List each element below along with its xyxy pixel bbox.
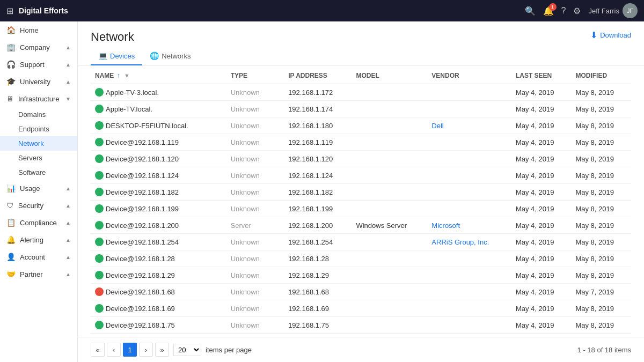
sidebar-item-network[interactable]: Network: [0, 136, 77, 151]
table-row[interactable]: Device@192.168.1.254 Unknown 192.168.1.2…: [91, 234, 631, 250]
table-row[interactable]: Device@192.168.1.75 Unknown 192.168.1.75…: [91, 317, 631, 334]
cell-vendor[interactable]: Dell: [427, 117, 511, 134]
first-page-button[interactable]: «: [91, 343, 105, 357]
cell-name: Device@192.168.1.69: [91, 300, 226, 317]
cell-last-seen: May 4, 2019: [511, 134, 572, 151]
table-row[interactable]: Apple-TV-3.local. Unknown 192.168.1.172 …: [91, 84, 631, 101]
sidebar-item-home[interactable]: 🏠 Home: [0, 21, 77, 39]
table-row[interactable]: Device@192.168.1.29 Unknown 192.168.1.29…: [91, 267, 631, 284]
current-page-button[interactable]: 1: [123, 343, 137, 357]
cell-vendor[interactable]: Microsoft: [427, 217, 511, 234]
table-row[interactable]: Device@192.168.1.68 Unknown 192.168.1.68…: [91, 284, 631, 300]
table-row[interactable]: Device@192.168.1.119 Unknown 192.168.1.1…: [91, 134, 631, 151]
cell-model: [352, 234, 427, 250]
last-page-button[interactable]: »: [155, 343, 169, 357]
cell-ip: 192.168.1.174: [284, 101, 352, 117]
sidebar-item-alerting[interactable]: 🔔 Alerting ▲: [0, 231, 77, 248]
table-row[interactable]: Device@192.168.1.69 Unknown 192.168.1.69…: [91, 300, 631, 317]
sidebar-item-domains[interactable]: Domains: [0, 107, 77, 122]
cell-last-seen: May 4, 2019: [511, 250, 572, 267]
cell-last-seen: May 4, 2019: [511, 184, 572, 201]
cell-name: Device@192.168.1.254: [91, 234, 226, 250]
user-menu[interactable]: Jeff Farris JF: [588, 3, 638, 18]
avatar: JF: [623, 3, 638, 18]
cell-type: Unknown: [226, 201, 284, 217]
cell-model: [352, 184, 427, 201]
table-row[interactable]: Device@192.168.1.200 Server 192.168.1.20…: [91, 217, 631, 234]
cell-modified: May 7, 2019: [571, 284, 631, 300]
sidebar-item-company[interactable]: 🏢 Company ▲: [0, 39, 77, 56]
alerting-icon: 🔔: [6, 235, 16, 244]
cell-name: DESKTOP-F5FIUTN.local.: [91, 117, 226, 134]
user-name: Jeff Farris: [588, 7, 619, 15]
sidebar-item-software[interactable]: Software: [0, 165, 77, 180]
tab-devices[interactable]: 💻 Devices: [91, 47, 142, 65]
sidebar: 🏠 Home 🏢 Company ▲ 🎧 Support ▲ 🎓 Univers…: [0, 21, 78, 362]
sidebar-item-endpoints[interactable]: Endpoints: [0, 122, 77, 136]
content-area: Network ⬇ Download 💻 Devices 🌐 Networks: [78, 21, 644, 362]
settings-icon[interactable]: ⚙: [573, 6, 581, 16]
cell-modified: May 8, 2019: [571, 84, 631, 101]
col-name[interactable]: NAME ↑ ▼: [91, 68, 226, 84]
device-status-icon: [95, 154, 104, 163]
device-status-icon: [95, 138, 104, 146]
cell-vendor: [427, 84, 511, 101]
pagination-bar: « ‹ 1 › » 20 50 100 items per page 1 - 1…: [78, 337, 644, 362]
tab-networks[interactable]: 🌐 Networks: [142, 47, 198, 65]
partner-icon: 🤝: [6, 270, 16, 278]
sidebar-item-security[interactable]: 🛡 Security ▲: [0, 197, 77, 214]
cell-ip: 192.168.1.69: [284, 300, 352, 317]
cell-name: Apple-TV.local.: [91, 101, 226, 117]
sidebar-item-compliance[interactable]: 📋 Compliance ▲: [0, 214, 77, 231]
table-row[interactable]: Device@192.168.1.120 Unknown 192.168.1.1…: [91, 151, 631, 167]
items-per-page-control: 20 50 100 items per page: [171, 344, 252, 356]
notification-icon[interactable]: 🔔 1: [543, 6, 554, 16]
table-row[interactable]: Device@192.168.1.199 Unknown 192.168.1.1…: [91, 201, 631, 217]
sidebar-item-infrastructure[interactable]: 🖥 Infrastructure ▼: [0, 90, 77, 107]
university-icon: 🎓: [6, 77, 16, 86]
cell-vendor: [427, 250, 511, 267]
col-last-seen: LAST SEEN: [511, 68, 572, 84]
sidebar-item-usage[interactable]: 📊 Usage ▲: [0, 180, 77, 197]
sidebar-item-label: Usage: [20, 184, 40, 193]
cell-ip: 192.168.1.68: [284, 284, 352, 300]
sidebar-item-support[interactable]: 🎧 Support ▲: [0, 56, 77, 73]
cell-modified: May 8, 2019: [571, 134, 631, 151]
home-icon: 🏠: [6, 26, 16, 34]
table-row[interactable]: DESKTOP-F5FIUTN.local. Unknown 192.168.1…: [91, 117, 631, 134]
filter-icon[interactable]: ▼: [124, 72, 130, 79]
search-icon[interactable]: 🔍: [525, 6, 536, 16]
grid-icon[interactable]: ⊞: [6, 6, 13, 16]
cell-vendor[interactable]: ARRiS Group, Inc.: [427, 234, 511, 250]
device-status-icon: [95, 88, 104, 97]
cell-ip: 192.168.1.124: [284, 167, 352, 184]
cell-vendor: [427, 201, 511, 217]
infrastructure-icon: 🖥: [6, 94, 14, 103]
sidebar-item-servers[interactable]: Servers: [0, 151, 77, 165]
sidebar-item-account[interactable]: 👤 Account ▲: [0, 248, 77, 265]
cell-vendor: [427, 267, 511, 284]
next-page-button[interactable]: ›: [139, 343, 153, 357]
table-row[interactable]: Device@192.168.1.182 Unknown 192.168.1.1…: [91, 184, 631, 201]
account-icon: 👤: [6, 253, 16, 261]
cell-last-seen: May 4, 2019: [511, 151, 572, 167]
security-icon: 🛡: [6, 201, 14, 210]
sidebar-item-label: Support: [20, 61, 45, 69]
table-row[interactable]: Device@192.168.1.28 Unknown 192.168.1.28…: [91, 250, 631, 267]
table-row[interactable]: Apple-TV.local. Unknown 192.168.1.174 Ma…: [91, 101, 631, 117]
cell-last-seen: May 4, 2019: [511, 117, 572, 134]
cell-ip: 192.168.1.180: [284, 117, 352, 134]
table-row[interactable]: Device@192.168.1.124 Unknown 192.168.1.1…: [91, 167, 631, 184]
sidebar-item-university[interactable]: 🎓 University ▲: [0, 73, 77, 90]
company-icon: 🏢: [6, 43, 16, 51]
sidebar-item-partner[interactable]: 🤝 Partner ▲: [0, 265, 77, 283]
cell-last-seen: May 4, 2019: [511, 201, 572, 217]
cell-ip: 192.168.1.75: [284, 317, 352, 334]
notification-badge: 1: [549, 3, 557, 11]
prev-page-button[interactable]: ‹: [107, 343, 121, 357]
help-icon[interactable]: ?: [561, 6, 566, 16]
page-size-select[interactable]: 20 50 100: [173, 344, 201, 356]
cell-modified: May 8, 2019: [571, 217, 631, 234]
cell-name: Apple-TV-3.local.: [91, 84, 226, 101]
download-button[interactable]: ⬇ Download: [590, 30, 631, 40]
